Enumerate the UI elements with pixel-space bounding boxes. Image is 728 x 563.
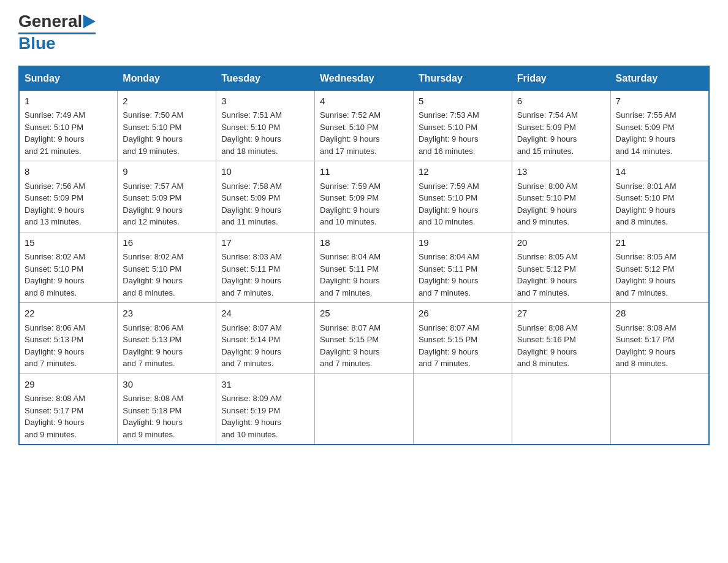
day-info: Sunrise: 8:07 AMSunset: 5:14 PMDaylight:… bbox=[221, 323, 282, 369]
day-number: 9 bbox=[123, 165, 211, 179]
day-number: 8 bbox=[25, 165, 112, 179]
day-number: 14 bbox=[616, 165, 703, 179]
weekday-header-friday: Friday bbox=[512, 66, 610, 91]
logo: General Blue bbox=[18, 12, 96, 53]
day-info: Sunrise: 8:04 AMSunset: 5:11 PMDaylight:… bbox=[419, 252, 479, 297]
day-number: 5 bbox=[419, 94, 507, 109]
day-number: 1 bbox=[25, 94, 112, 109]
day-info: Sunrise: 7:51 AMSunset: 5:10 PMDaylight:… bbox=[221, 110, 282, 156]
logo-blue: Blue bbox=[18, 34, 96, 53]
weekday-header-saturday: Saturday bbox=[610, 66, 709, 91]
page-header: General Blue bbox=[18, 12, 710, 53]
day-number: 25 bbox=[320, 307, 408, 321]
weekday-header-tuesday: Tuesday bbox=[216, 66, 315, 91]
calendar-day-cell: 11 Sunrise: 7:59 AMSunset: 5:09 PMDaylig… bbox=[315, 161, 414, 232]
day-number: 17 bbox=[221, 236, 309, 250]
calendar-day-cell bbox=[413, 373, 512, 445]
calendar-day-cell: 7 Sunrise: 7:55 AMSunset: 5:09 PMDayligh… bbox=[610, 90, 709, 161]
calendar-day-cell: 12 Sunrise: 7:59 AMSunset: 5:10 PMDaylig… bbox=[413, 161, 512, 232]
calendar-week-row: 8 Sunrise: 7:56 AMSunset: 5:09 PMDayligh… bbox=[19, 161, 709, 232]
day-info: Sunrise: 8:02 AMSunset: 5:10 PMDaylight:… bbox=[25, 252, 85, 297]
day-number: 15 bbox=[25, 236, 112, 250]
calendar-day-cell: 4 Sunrise: 7:52 AMSunset: 5:10 PMDayligh… bbox=[315, 90, 414, 161]
day-info: Sunrise: 8:08 AMSunset: 5:18 PMDaylight:… bbox=[123, 394, 183, 439]
calendar-day-cell: 14 Sunrise: 8:01 AMSunset: 5:10 PMDaylig… bbox=[610, 161, 709, 232]
day-info: Sunrise: 7:57 AMSunset: 5:09 PMDaylight:… bbox=[123, 182, 183, 227]
day-number: 24 bbox=[221, 307, 309, 321]
day-number: 11 bbox=[320, 165, 408, 179]
day-info: Sunrise: 8:06 AMSunset: 5:13 PMDaylight:… bbox=[25, 323, 85, 369]
calendar-day-cell: 8 Sunrise: 7:56 AMSunset: 5:09 PMDayligh… bbox=[19, 161, 118, 232]
day-number: 6 bbox=[517, 94, 605, 109]
logo-arrow-icon bbox=[83, 15, 96, 28]
weekday-header-monday: Monday bbox=[118, 66, 216, 91]
day-number: 18 bbox=[320, 236, 408, 250]
day-number: 30 bbox=[123, 378, 211, 392]
logo-container: General Blue bbox=[18, 12, 96, 53]
calendar-week-row: 15 Sunrise: 8:02 AMSunset: 5:10 PMDaylig… bbox=[19, 232, 709, 303]
calendar-week-row: 1 Sunrise: 7:49 AMSunset: 5:10 PMDayligh… bbox=[19, 90, 709, 161]
weekday-header-thursday: Thursday bbox=[413, 66, 512, 91]
day-number: 20 bbox=[517, 236, 605, 250]
day-number: 19 bbox=[419, 236, 507, 250]
calendar-day-cell: 3 Sunrise: 7:51 AMSunset: 5:10 PMDayligh… bbox=[216, 90, 315, 161]
day-number: 21 bbox=[616, 236, 703, 250]
day-number: 3 bbox=[221, 94, 309, 109]
day-number: 12 bbox=[419, 165, 507, 179]
calendar-day-cell: 29 Sunrise: 8:08 AMSunset: 5:17 PMDaylig… bbox=[19, 373, 118, 445]
day-number: 31 bbox=[221, 378, 309, 392]
calendar-table: SundayMondayTuesdayWednesdayThursdayFrid… bbox=[18, 66, 710, 446]
calendar-day-cell: 18 Sunrise: 8:04 AMSunset: 5:11 PMDaylig… bbox=[315, 232, 414, 303]
day-number: 16 bbox=[123, 236, 211, 250]
calendar-week-row: 22 Sunrise: 8:06 AMSunset: 5:13 PMDaylig… bbox=[19, 303, 709, 374]
calendar-day-cell: 28 Sunrise: 8:08 AMSunset: 5:17 PMDaylig… bbox=[610, 303, 709, 374]
day-info: Sunrise: 7:59 AMSunset: 5:10 PMDaylight:… bbox=[419, 182, 479, 227]
day-number: 2 bbox=[123, 94, 211, 109]
calendar-day-cell: 15 Sunrise: 8:02 AMSunset: 5:10 PMDaylig… bbox=[19, 232, 118, 303]
calendar-day-cell: 6 Sunrise: 7:54 AMSunset: 5:09 PMDayligh… bbox=[512, 90, 610, 161]
day-info: Sunrise: 8:08 AMSunset: 5:16 PMDaylight:… bbox=[517, 323, 578, 369]
day-info: Sunrise: 8:03 AMSunset: 5:11 PMDaylight:… bbox=[221, 252, 282, 297]
logo-general: General bbox=[18, 12, 82, 31]
calendar-week-row: 29 Sunrise: 8:08 AMSunset: 5:17 PMDaylig… bbox=[19, 373, 709, 445]
day-info: Sunrise: 8:08 AMSunset: 5:17 PMDaylight:… bbox=[616, 323, 677, 369]
day-info: Sunrise: 8:06 AMSunset: 5:13 PMDaylight:… bbox=[123, 323, 183, 369]
svg-marker-0 bbox=[83, 15, 96, 28]
day-number: 10 bbox=[221, 165, 309, 179]
day-info: Sunrise: 7:49 AMSunset: 5:10 PMDaylight:… bbox=[25, 110, 85, 156]
calendar-day-cell: 10 Sunrise: 7:58 AMSunset: 5:09 PMDaylig… bbox=[216, 161, 315, 232]
day-info: Sunrise: 8:00 AMSunset: 5:10 PMDaylight:… bbox=[517, 182, 578, 227]
day-info: Sunrise: 7:55 AMSunset: 5:09 PMDaylight:… bbox=[616, 110, 677, 156]
day-info: Sunrise: 7:50 AMSunset: 5:10 PMDaylight:… bbox=[123, 110, 183, 156]
calendar-day-cell: 31 Sunrise: 8:09 AMSunset: 5:19 PMDaylig… bbox=[216, 373, 315, 445]
calendar-day-cell: 23 Sunrise: 8:06 AMSunset: 5:13 PMDaylig… bbox=[118, 303, 216, 374]
weekday-header-wednesday: Wednesday bbox=[315, 66, 414, 91]
day-info: Sunrise: 8:07 AMSunset: 5:15 PMDaylight:… bbox=[419, 323, 479, 369]
day-info: Sunrise: 7:52 AMSunset: 5:10 PMDaylight:… bbox=[320, 110, 381, 156]
calendar-day-cell: 5 Sunrise: 7:53 AMSunset: 5:10 PMDayligh… bbox=[413, 90, 512, 161]
calendar-day-cell: 1 Sunrise: 7:49 AMSunset: 5:10 PMDayligh… bbox=[19, 90, 118, 161]
calendar-day-cell: 19 Sunrise: 8:04 AMSunset: 5:11 PMDaylig… bbox=[413, 232, 512, 303]
day-number: 13 bbox=[517, 165, 605, 179]
calendar-day-cell: 16 Sunrise: 8:02 AMSunset: 5:10 PMDaylig… bbox=[118, 232, 216, 303]
weekday-header-sunday: Sunday bbox=[19, 66, 118, 91]
calendar-day-cell: 27 Sunrise: 8:08 AMSunset: 5:16 PMDaylig… bbox=[512, 303, 610, 374]
day-info: Sunrise: 7:54 AMSunset: 5:09 PMDaylight:… bbox=[517, 110, 578, 156]
logo-image: General Blue bbox=[18, 12, 96, 53]
calendar-body: 1 Sunrise: 7:49 AMSunset: 5:10 PMDayligh… bbox=[19, 90, 709, 445]
day-number: 23 bbox=[123, 307, 211, 321]
day-number: 7 bbox=[616, 94, 703, 109]
calendar-day-cell bbox=[315, 373, 414, 445]
calendar-day-cell: 2 Sunrise: 7:50 AMSunset: 5:10 PMDayligh… bbox=[118, 90, 216, 161]
day-number: 26 bbox=[419, 307, 507, 321]
calendar-day-cell: 20 Sunrise: 8:05 AMSunset: 5:12 PMDaylig… bbox=[512, 232, 610, 303]
day-info: Sunrise: 8:02 AMSunset: 5:10 PMDaylight:… bbox=[123, 252, 183, 297]
day-info: Sunrise: 7:58 AMSunset: 5:09 PMDaylight:… bbox=[221, 182, 282, 227]
day-info: Sunrise: 8:07 AMSunset: 5:15 PMDaylight:… bbox=[320, 323, 381, 369]
day-info: Sunrise: 8:04 AMSunset: 5:11 PMDaylight:… bbox=[320, 252, 381, 297]
calendar-day-cell bbox=[512, 373, 610, 445]
day-info: Sunrise: 8:05 AMSunset: 5:12 PMDaylight:… bbox=[517, 252, 578, 297]
day-info: Sunrise: 7:53 AMSunset: 5:10 PMDaylight:… bbox=[419, 110, 479, 156]
day-info: Sunrise: 8:08 AMSunset: 5:17 PMDaylight:… bbox=[25, 394, 85, 439]
day-number: 4 bbox=[320, 94, 408, 109]
